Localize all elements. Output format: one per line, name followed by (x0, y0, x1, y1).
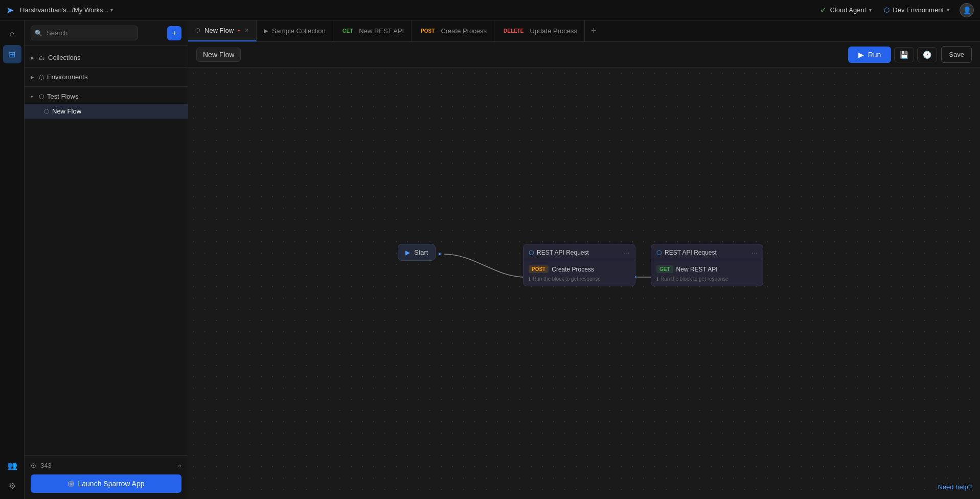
tab-new-flow-icon: ⬡ (195, 27, 200, 34)
environment-selector[interactable]: ⬡ Dev Environment ▾ (884, 6, 949, 14)
env-chevron: ▾ (947, 7, 949, 13)
post-node-endpoint-row: POST Create Process (529, 265, 630, 273)
sidebar-grid-btn[interactable]: ⊞ (3, 45, 21, 63)
launch-sparrow-button[interactable]: ⊞ Launch Sparrow App (31, 474, 181, 493)
tab-new-flow[interactable]: ⬡ New Flow ● ✕ (188, 20, 257, 41)
search-icon: 🔍 (35, 30, 42, 37)
tab-new-flow-close[interactable]: ✕ (244, 27, 249, 34)
history-btn[interactable]: 🕐 (917, 47, 937, 62)
get-hint-icon: ℹ (656, 276, 658, 282)
start-node[interactable]: ▶ Start (398, 244, 436, 261)
sidebar-item-new-flow[interactable]: ⬡ New Flow (25, 104, 188, 119)
workspace-selector[interactable]: Harshvardhan's.../My Works... ▾ (20, 6, 113, 14)
post-node-header: ⬡ REST API Request ··· (523, 244, 635, 261)
new-flow-icon: ⬡ (44, 108, 49, 115)
tab-sample-icon: ▶ (264, 28, 268, 34)
tab-get-badge: GET (340, 28, 355, 34)
run-button[interactable]: ▶ Run (848, 47, 892, 63)
avatar-icon: 👤 (963, 6, 971, 14)
collapse-button[interactable]: « (178, 462, 181, 469)
get-node-body: GET New REST API ℹ Run the block to get … (651, 261, 763, 286)
cloud-agent-label: Cloud Agent (830, 6, 866, 14)
collections-label: Collections (48, 54, 81, 61)
flow-canvas[interactable]: ▶ Start ⬡ REST API Request ··· POST Crea… (188, 67, 980, 499)
workspace-label: Harshvardhan's.../My Works... (20, 6, 108, 14)
sidebar-settings-btn[interactable]: ⚙ (3, 477, 21, 495)
cloud-agent-status[interactable]: ✓ Cloud Agent ▾ (820, 5, 872, 15)
get-endpoint-name: New REST API (676, 266, 718, 273)
avatar[interactable]: 👤 (960, 3, 974, 17)
app-logo: ➤ (6, 5, 14, 16)
tabs-bar: ⬡ New Flow ● ✕ ▶ Sample Collection GET N… (188, 20, 980, 42)
post-node-title: REST API Request (537, 249, 621, 256)
tree: ▶ 🗂 Collections ▶ ⬡ Environments ▾ ⬡ Tes… (25, 46, 188, 455)
tab-post-badge: POST (419, 28, 437, 34)
get-rest-node[interactable]: ⬡ REST API Request ··· GET New REST API … (651, 244, 763, 286)
sidebar-item-environments[interactable]: ▶ ⬡ Environments (25, 70, 188, 84)
layers-icon: ⬡ (884, 6, 890, 14)
test-flows-icon: ⬡ (39, 93, 44, 100)
collections-arrow: ▶ (31, 55, 36, 60)
tab-update-process[interactable]: DELETE Update Process (494, 20, 585, 41)
post-node-menu[interactable]: ··· (624, 248, 630, 257)
post-method-tag: POST (529, 265, 549, 273)
canvas-title[interactable]: New Flow (196, 48, 241, 62)
icon-sidebar: ⌂ ⊞ 👥 ⚙ (0, 20, 25, 499)
new-flow-label: New Flow (52, 107, 81, 115)
sidebar-users-btn[interactable]: 👥 (3, 456, 21, 474)
get-node-icon: ⬡ (656, 249, 662, 256)
sidebar-home-btn[interactable]: ⌂ (3, 25, 21, 43)
topbar: ➤ Harshvardhan's.../My Works... ▾ ✓ Clou… (0, 0, 980, 20)
post-hint-icon: ℹ (529, 276, 531, 282)
launch-label: Launch Sparrow App (78, 480, 145, 488)
left-panel: 🔍 + ▶ 🗂 Collections ▶ ⬡ Environments (25, 20, 188, 499)
left-bottom: ⊙ 343 « ⊞ Launch Sparrow App (25, 455, 188, 499)
save-icon-btn[interactable]: 💾 (894, 47, 914, 62)
add-button[interactable]: + (167, 26, 181, 40)
run-label: Run (868, 51, 881, 59)
test-flows-arrow: ▾ (31, 94, 36, 99)
search-bar: 🔍 + (25, 20, 188, 46)
tab-new-rest-api[interactable]: GET New REST API (333, 20, 412, 41)
get-node-menu[interactable]: ··· (751, 248, 758, 257)
github-icon: ⊙ (31, 462, 36, 469)
get-node-header: ⬡ REST API Request ··· (651, 244, 763, 261)
cloud-status-icon: ✓ (820, 5, 827, 15)
start-label: Start (414, 248, 428, 256)
env-label: Dev Environment (893, 6, 944, 14)
post-node-hint: ℹ Run the block to get response (529, 276, 630, 282)
search-wrap: 🔍 (31, 26, 163, 40)
tab-add-button[interactable]: + (585, 20, 603, 41)
collections-icon: 🗂 (39, 54, 45, 61)
tab-delete-badge: DELETE (502, 28, 526, 34)
canvas-header: New Flow ▶ Run 💾 🕐 Save (188, 42, 980, 67)
tab-create-process-label: Create Process (441, 27, 487, 35)
post-node-body: POST Create Process ℹ Run the block to g… (523, 261, 635, 286)
start-output-connector[interactable] (438, 252, 442, 256)
start-play-icon: ▶ (405, 249, 410, 256)
tab-new-flow-label: New Flow (204, 27, 234, 34)
tab-create-process[interactable]: POST Create Process (412, 20, 494, 41)
post-rest-node[interactable]: ⬡ REST API Request ··· POST Create Proce… (523, 244, 635, 286)
environments-arrow: ▶ (31, 75, 36, 80)
tab-sample-label: Sample Collection (272, 27, 326, 35)
github-info: ⊙ 343 « (31, 462, 181, 469)
workspace-chevron: ▾ (110, 7, 113, 13)
environments-icon: ⬡ (39, 74, 44, 81)
need-help-link[interactable]: Need help? (938, 483, 972, 491)
test-flows-label: Test Flows (47, 93, 78, 100)
tab-new-rest-label: New REST API (359, 27, 404, 35)
get-node-title: REST API Request (665, 249, 748, 256)
post-node-icon: ⬡ (529, 249, 534, 256)
save-button[interactable]: Save (941, 46, 972, 63)
get-node-hint: ℹ Run the block to get response (656, 276, 758, 282)
sidebar-item-test-flows[interactable]: ▾ ⬡ Test Flows (25, 89, 188, 104)
tab-dot: ● (238, 28, 240, 33)
content-area: ⬡ New Flow ● ✕ ▶ Sample Collection GET N… (188, 20, 980, 499)
get-node-endpoint-row: GET New REST API (656, 265, 758, 273)
get-method-tag: GET (656, 265, 673, 273)
sidebar-item-collections[interactable]: ▶ 🗂 Collections (25, 50, 188, 65)
tab-sample-collection[interactable]: ▶ Sample Collection (257, 20, 333, 41)
search-input[interactable] (31, 26, 138, 40)
launch-icon: ⊞ (68, 480, 74, 488)
